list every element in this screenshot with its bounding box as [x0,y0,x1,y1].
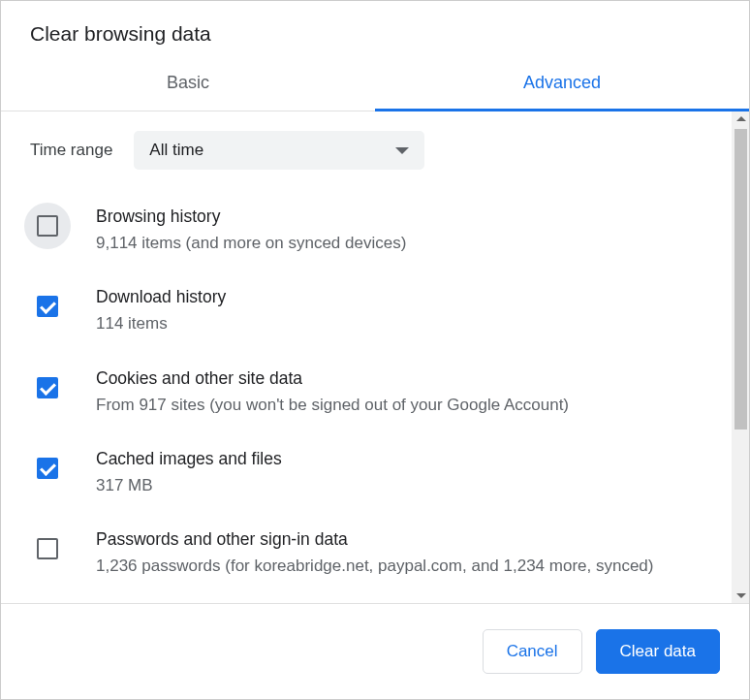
scroll-down-icon[interactable] [736,593,746,598]
item-text: Cookies and other site data From 917 sit… [96,365,718,418]
tab-basic[interactable]: Basic [1,57,375,111]
dialog-footer: Cancel Clear data [1,603,749,699]
item-cached: Cached images and files 317 MB [20,431,722,512]
tab-advanced[interactable]: Advanced [375,57,749,111]
scroll-up-icon[interactable] [736,116,746,121]
item-text: Passwords and other sign-in data 1,236 p… [96,525,718,579]
scrollbar[interactable] [732,111,749,603]
item-passwords: Passwords and other sign-in data 1,236 p… [20,512,722,592]
chevron-down-icon [395,147,409,154]
item-subtitle: 114 items [96,311,718,336]
cancel-button[interactable]: Cancel [483,629,582,674]
time-range-label: Time range [30,141,112,160]
checkbox-icon [37,377,58,398]
clear-data-button[interactable]: Clear data [596,629,720,674]
item-subtitle: 1,236 passwords (for koreabridge.net, pa… [96,554,718,579]
item-subtitle: From 917 sites (you won't be signed out … [96,393,718,418]
checkbox-icon [37,538,58,559]
checkbox-icon [37,215,58,237]
item-text: Download history 114 items [96,283,718,336]
item-download-history: Download history 114 items [20,270,722,350]
time-range-dropdown[interactable]: All time [134,131,424,170]
item-title: Cookies and other site data [96,368,718,389]
options-list: Browsing history 9,114 items (and more o… [1,179,732,593]
item-title: Cached images and files [96,449,718,469]
content: Time range All time Browsing history 9,1… [1,111,732,603]
tabs: Basic Advanced [1,57,749,111]
item-title: Download history [96,287,718,307]
scroll-area: Time range All time Browsing history 9,1… [1,111,749,603]
checkbox-icon [37,458,58,479]
item-title: Passwords and other sign-in data [96,529,718,550]
scrollbar-thumb[interactable] [734,129,747,430]
time-range-row: Time range All time [1,111,732,179]
checkbox-icon [37,296,58,317]
checkbox-download-history[interactable] [24,283,71,330]
checkbox-browsing-history[interactable] [24,203,71,249]
item-title: Browsing history [96,207,718,227]
item-browsing-history: Browsing history 9,114 items (and more o… [20,189,722,270]
item-cookies: Cookies and other site data From 917 sit… [20,351,722,431]
item-subtitle: 317 MB [96,473,718,498]
item-text: Cached images and files 317 MB [96,445,718,498]
checkbox-cookies[interactable] [24,365,71,411]
clear-browsing-data-dialog: Clear browsing data Basic Advanced Time … [0,0,750,700]
time-range-value: All time [149,141,203,160]
item-subtitle: 9,114 items (and more on synced devices) [96,231,718,256]
dialog-title: Clear browsing data [1,1,749,57]
item-text: Browsing history 9,114 items (and more o… [96,203,718,256]
checkbox-passwords[interactable] [24,525,71,572]
checkbox-cached[interactable] [24,445,71,492]
